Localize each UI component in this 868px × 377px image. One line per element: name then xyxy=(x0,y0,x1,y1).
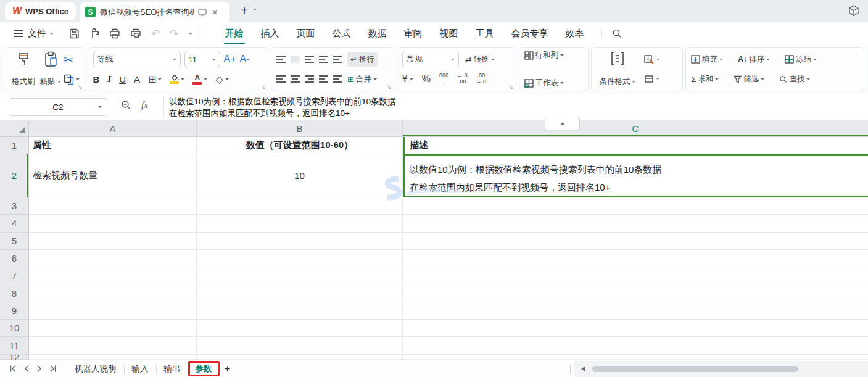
cell-a11[interactable] xyxy=(29,337,197,354)
cell-c6[interactable] xyxy=(403,250,868,267)
tab-formulas[interactable]: 公式 xyxy=(324,24,360,43)
cell-b12[interactable] xyxy=(197,355,403,360)
cell-a12[interactable] xyxy=(29,355,197,360)
cell-a10[interactable] xyxy=(29,320,197,337)
cell-a7[interactable] xyxy=(29,267,197,284)
eraser-button[interactable]: ◇ xyxy=(215,73,228,85)
grow-font-button[interactable]: A+ xyxy=(224,54,236,65)
cell-c4[interactable] xyxy=(403,215,868,232)
column-header-b[interactable]: B xyxy=(197,120,403,136)
paste-button[interactable]: 粘贴 xyxy=(38,50,64,88)
worksheet-button[interactable]: 工作表 xyxy=(524,78,564,88)
decrease-decimal-button[interactable]: .00 →.0 xyxy=(476,73,486,85)
tab-member[interactable]: 会员专享 xyxy=(503,24,557,43)
cell-a1[interactable]: 属性 xyxy=(29,137,197,154)
close-document-icon[interactable]: × xyxy=(212,7,218,17)
table-style-button[interactable] xyxy=(644,75,660,83)
borders-button[interactable]: ⊞ xyxy=(148,73,162,85)
cell-style-button[interactable] xyxy=(644,55,660,64)
cell-a8[interactable] xyxy=(29,284,197,302)
cell-b10[interactable] xyxy=(197,320,403,337)
font-size-select[interactable]: 11 xyxy=(184,52,220,67)
tab-tools[interactable]: 工具 xyxy=(467,24,503,43)
cell-a2[interactable]: 检索视频号数量 xyxy=(29,154,197,197)
thousands-separator-button[interactable]: 000 , xyxy=(439,73,448,85)
sum-button[interactable]: Σ 求和 xyxy=(691,74,719,85)
cell-b6[interactable] xyxy=(197,250,403,267)
sheet-tab-output[interactable]: 输出 xyxy=(157,360,188,377)
underline-button[interactable]: U xyxy=(119,74,126,85)
sheet-tab-robot-notes[interactable]: 机器人说明 xyxy=(67,360,124,377)
cell-c1[interactable]: 描述 xyxy=(403,137,868,154)
formula-input[interactable]: 以数值10为例：根据数值检索视频号搜索列表中的前10条数据 在检索范围内如果匹配… xyxy=(169,96,862,119)
cell-b11[interactable] xyxy=(197,337,403,354)
increase-decimal-button[interactable]: ←.0 .00 xyxy=(457,73,468,85)
freeze-button[interactable]: 冻结 xyxy=(785,54,817,65)
ribbon-search-icon[interactable] xyxy=(601,28,622,38)
widget-cube-icon[interactable] xyxy=(848,5,859,17)
cell-c8[interactable] xyxy=(403,284,868,302)
cell-c7[interactable] xyxy=(403,267,868,284)
redo-icon[interactable]: ↷ xyxy=(170,27,178,40)
row-header-4[interactable]: 4 xyxy=(0,215,29,232)
row-header-3[interactable]: 3 xyxy=(0,197,29,215)
currency-button[interactable]: ¥ xyxy=(402,73,413,85)
cell-b4[interactable] xyxy=(197,215,403,232)
fill-color-button[interactable] xyxy=(170,74,184,84)
cell-b2[interactable]: 10 xyxy=(197,154,403,197)
cell-a9[interactable] xyxy=(29,302,197,320)
filter-button[interactable]: 筛选 xyxy=(734,74,764,85)
cell-b8[interactable] xyxy=(197,284,403,302)
cell-b3[interactable] xyxy=(197,197,403,215)
font-launcher-icon[interactable]: ↘ xyxy=(261,83,266,90)
tab-view[interactable]: 视图 xyxy=(431,24,467,43)
sort-button[interactable]: A↓ 排序 xyxy=(738,54,770,65)
cell-b9[interactable] xyxy=(197,302,403,320)
cell-c10[interactable] xyxy=(403,320,868,337)
number-format-select[interactable]: 常规 xyxy=(402,52,459,67)
conditional-format-button[interactable]: 条件格式 xyxy=(597,50,638,88)
tab-efficiency[interactable]: 效率 xyxy=(557,24,593,43)
cut-icon[interactable]: ✂ xyxy=(64,53,80,67)
last-sheet-icon[interactable] xyxy=(49,365,56,372)
cell-a5[interactable] xyxy=(29,233,197,250)
bold-button[interactable]: B xyxy=(93,74,100,85)
new-tab-button[interactable]: + xyxy=(237,3,252,18)
fill-button[interactable]: 填充 xyxy=(691,54,723,65)
justify-icon[interactable] xyxy=(319,75,328,83)
name-box[interactable]: C2 xyxy=(9,98,107,116)
document-tab[interactable]: S 微信视频号SEO排名查询机器人 × xyxy=(80,2,229,22)
row-header-6[interactable]: 6 xyxy=(0,250,29,267)
font-name-select[interactable]: 等线 xyxy=(93,52,181,67)
next-sheet-icon[interactable] xyxy=(36,365,42,372)
row-header-9[interactable]: 9 xyxy=(0,302,29,320)
increase-indent-icon[interactable] xyxy=(333,56,342,63)
percent-button[interactable]: % xyxy=(422,73,431,85)
strikethrough-button[interactable]: A xyxy=(134,74,140,85)
file-menu[interactable]: 文件 xyxy=(28,28,54,39)
text-orientation-icon[interactable] xyxy=(333,75,342,83)
tab-list-chevron-icon[interactable] xyxy=(253,9,257,10)
cell-b5[interactable] xyxy=(197,233,403,250)
cell-c3[interactable] xyxy=(403,197,868,215)
format-painter-button[interactable]: 格式刷 xyxy=(9,50,38,88)
print-icon[interactable] xyxy=(109,28,120,39)
row-header-1[interactable]: 1 xyxy=(0,137,29,154)
decrease-indent-icon[interactable] xyxy=(319,56,328,63)
row-header-10[interactable]: 10 xyxy=(0,320,29,337)
undo-icon[interactable]: ↶ xyxy=(151,27,160,40)
cell-a4[interactable] xyxy=(29,215,197,232)
row-header-11[interactable]: 11 xyxy=(0,337,29,354)
merge-cells-button[interactable]: ⊞ 合并 xyxy=(347,74,377,85)
row-header-8[interactable]: 8 xyxy=(0,284,29,302)
alignment-launcher-icon[interactable]: ↘ xyxy=(386,83,391,90)
align-middle-icon[interactable] xyxy=(291,56,300,63)
row-header-5[interactable]: 5 xyxy=(0,233,29,250)
align-center-icon[interactable] xyxy=(291,75,300,83)
hamburger-menu-icon[interactable] xyxy=(14,30,23,37)
cell-c12[interactable] xyxy=(403,355,868,360)
cell-a3[interactable] xyxy=(29,197,197,215)
tab-data[interactable]: 数据 xyxy=(360,24,395,43)
select-all-corner[interactable] xyxy=(0,120,29,136)
tab-page[interactable]: 页面 xyxy=(288,24,324,43)
